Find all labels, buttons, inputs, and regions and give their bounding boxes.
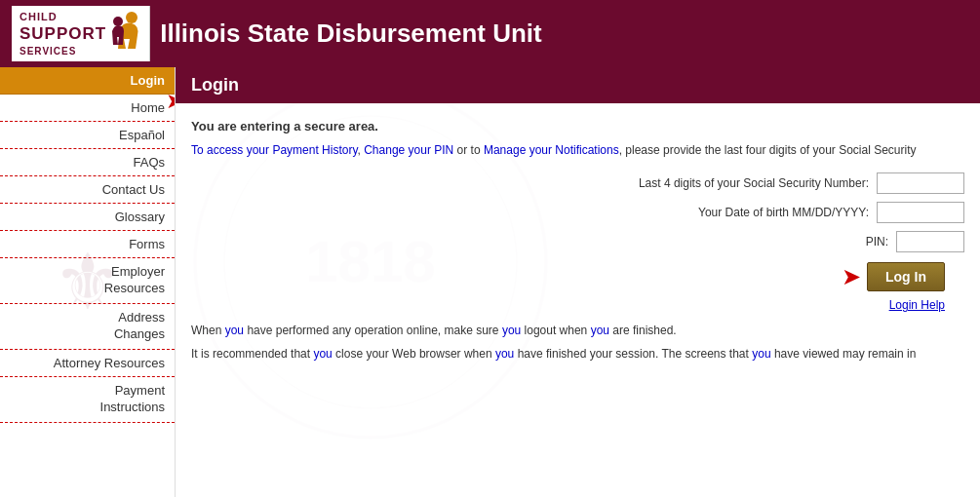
info-text-2: It is recommended that you close your We…	[191, 345, 964, 363]
content-area: 1818 Login You are entering a secure are…	[176, 67, 980, 497]
sidebar-item-espanol[interactable]: Español	[0, 122, 175, 149]
sidebar: ⚜ Login Home Español FAQs Contact Us Glo…	[0, 67, 176, 497]
dob-label: Your Date of birth MM/DD/YYYY:	[698, 206, 869, 219]
sidebar-nav: Login Home Español FAQs Contact Us Gloss…	[0, 67, 175, 422]
logo-child: CHILD	[20, 10, 106, 23]
sidebar-item-attorney-resources[interactable]: Attorney Resources	[0, 350, 175, 377]
login-button-row: ➤ Log In	[191, 262, 945, 291]
main-layout: ⚜ Login Home Español FAQs Contact Us Glo…	[0, 67, 980, 497]
sidebar-item-home[interactable]: Home	[0, 95, 175, 122]
content-inner: Login You are entering a secure area. To…	[176, 67, 980, 374]
sidebar-item-forms[interactable]: Forms	[0, 231, 175, 258]
ssn-row: Last 4 digits of your Social Security Nu…	[211, 172, 964, 194]
logo-figure-icon	[110, 12, 141, 57]
secure-area-notice: You are entering a secure area.	[191, 119, 964, 134]
pin-input[interactable]	[896, 231, 964, 252]
sidebar-item-payment-instructions[interactable]: PaymentInstructions	[0, 377, 175, 423]
content-body: You are entering a secure area. To acces…	[176, 113, 980, 374]
login-help-row: Login Help	[191, 297, 945, 312]
ssn-label: Last 4 digits of your Social Security Nu…	[639, 176, 869, 190]
logo-area: CHILD SUPPORT SERVICES	[12, 6, 150, 61]
sidebar-item-employer-resources[interactable]: EmployerResources	[0, 258, 175, 304]
login-form: Last 4 digits of your Social Security Nu…	[211, 172, 964, 252]
login-section-header: Login	[176, 67, 980, 103]
dob-row: Your Date of birth MM/DD/YYYY:	[211, 202, 964, 223]
sidebar-item-address-changes[interactable]: AddressChanges	[0, 304, 175, 350]
svg-point-1	[113, 17, 123, 26]
page-header: CHILD SUPPORT SERVICES Illinois State Di…	[0, 0, 980, 67]
svg-point-0	[126, 12, 137, 23]
logo-services: SERVICES	[20, 45, 106, 57]
dob-input[interactable]	[877, 202, 964, 223]
logo-support: SUPPORT	[20, 23, 106, 45]
info-text-1: When you have performed any operation on…	[191, 322, 964, 339]
sidebar-item-glossary[interactable]: Glossary	[0, 204, 175, 231]
sidebar-item-contact-us[interactable]: Contact Us	[0, 176, 175, 204]
sidebar-item-faqs[interactable]: FAQs	[0, 149, 175, 176]
pin-row: PIN:	[211, 231, 964, 252]
login-help-link[interactable]: Login Help	[889, 298, 945, 312]
sidebar-item-login[interactable]: Login	[0, 67, 175, 95]
access-info: To access your Payment History, Change y…	[191, 141, 964, 159]
login-button[interactable]: Log In	[867, 262, 945, 291]
page-title: Illinois State Disbursement Unit	[160, 19, 542, 49]
login-btn-arrow-icon: ➤	[842, 263, 861, 290]
pin-label: PIN:	[866, 235, 888, 248]
ssn-input[interactable]	[877, 172, 964, 194]
